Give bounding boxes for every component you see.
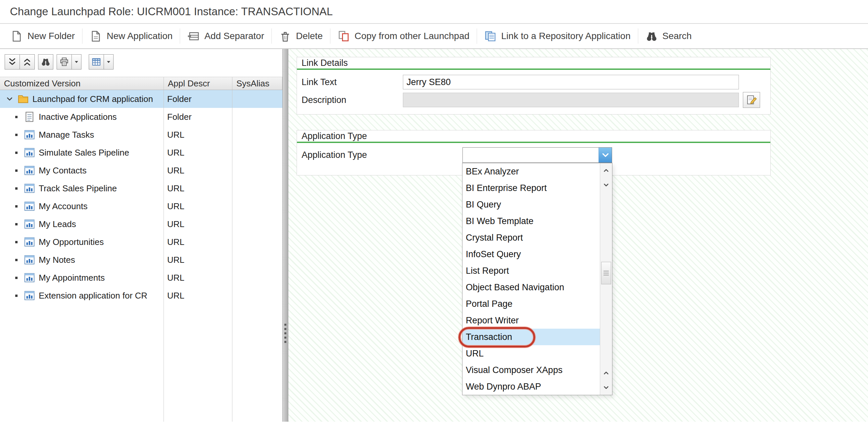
column-header-customized-version[interactable]: Customized Version <box>0 77 164 90</box>
search-icon <box>646 30 658 42</box>
copy-from-other-launchpad-button[interactable]: Copy from other Launchpad <box>330 26 477 46</box>
panel-splitter[interactable] <box>282 49 288 422</box>
tree-row-label: Inactive Applications <box>39 112 117 122</box>
edit-description-button[interactable] <box>743 92 760 108</box>
tree-row-type: URL <box>164 269 232 287</box>
tree-row-type: URL <box>164 215 232 233</box>
tree-toolbar <box>0 49 282 77</box>
dropdown-option[interactable]: BI Enterprise Report <box>462 180 600 196</box>
dropdown-option[interactable]: Transaction <box>462 329 600 345</box>
chart-icon <box>24 272 35 283</box>
find-button[interactable] <box>38 54 53 69</box>
collapse-all-button[interactable] <box>5 54 20 69</box>
title-bar: Change Launchpad Role: UICRM001 Instance… <box>0 0 868 24</box>
dropdown-option[interactable]: Object Based Navigation <box>462 279 600 296</box>
layout-button[interactable] <box>89 54 104 69</box>
collapse-all-icon <box>7 57 17 67</box>
scroll-down-button[interactable] <box>600 178 612 192</box>
tree-row[interactable]: Inactive ApplicationsFolder <box>0 108 282 126</box>
tree-row-label: Launchpad for CRM application <box>32 94 153 104</box>
link-text-input[interactable] <box>403 75 739 89</box>
link-details-group: Link Details Link Text Description <box>297 57 771 115</box>
column-header-sysalias[interactable]: SysAlias <box>232 77 282 90</box>
bullet-icon <box>15 152 18 154</box>
dropdown-option[interactable]: Visual Composer XApps <box>462 362 600 378</box>
tree-row-label: Track Sales Pipeline <box>39 183 117 194</box>
tree-row[interactable]: My AccountsURL <box>0 197 282 215</box>
tree-row[interactable]: Extension application for CRURL <box>0 287 282 304</box>
toolbar-button-label: Add Separator <box>204 31 264 41</box>
tree-row[interactable]: My OpportunitiesURL <box>0 233 282 251</box>
splitter-grip-icon <box>284 324 286 343</box>
tree-row-type: URL <box>164 197 232 215</box>
bullet-icon <box>15 277 18 279</box>
tree-row-label: My Opportunities <box>39 237 104 247</box>
application-type-input[interactable] <box>463 148 598 163</box>
tree-row[interactable]: My ContactsURL <box>0 162 282 180</box>
find-icon <box>41 57 51 67</box>
tree-row[interactable]: My NotesURL <box>0 251 282 269</box>
dropdown-option[interactable]: BI Web Template <box>462 213 600 229</box>
tree-row-label: My Accounts <box>39 201 87 212</box>
application-type-dropdown-button[interactable] <box>598 148 612 163</box>
copy-icon <box>338 30 350 42</box>
tree-row[interactable]: Simulate Sales PipelineURL <box>0 144 282 162</box>
search-button[interactable]: Search <box>638 26 699 46</box>
tree-row[interactable]: Manage TasksURL <box>0 126 282 144</box>
add-separator-icon <box>187 30 199 42</box>
dropdown-option[interactable]: URL <box>462 345 600 362</box>
dropdown-option[interactable]: Web Dynpro ABAP <box>462 378 600 395</box>
dropdown-option[interactable]: BI Query <box>462 196 600 213</box>
link-to-repository-application-button[interactable]: Link to a Repository Application <box>477 26 638 46</box>
application-type-dropdown-list: BEx AnalyzerBI Enterprise ReportBI Query… <box>462 163 613 395</box>
print-button[interactable] <box>57 54 72 69</box>
toolbar-button-label: New Folder <box>28 31 75 41</box>
dropdown-option[interactable]: Report Writer <box>462 312 600 329</box>
chart-icon <box>24 201 35 212</box>
tree-row-label: Manage Tasks <box>39 130 94 140</box>
chart-icon <box>24 290 35 301</box>
tree-row-type: URL <box>164 162 232 180</box>
dropdown-option[interactable]: List Report <box>462 262 600 279</box>
print-menu-button[interactable] <box>71 54 82 69</box>
tree-row[interactable]: My AppointmentsURL <box>0 269 282 287</box>
dropdown-option[interactable]: Portal Page <box>462 296 600 312</box>
dropdown-option[interactable]: BEx Analyzer <box>462 163 600 180</box>
toolbar-button-label: New Application <box>106 31 173 41</box>
tree-row-label: My Contacts <box>39 165 87 176</box>
tree-row[interactable]: My LeadsURL <box>0 215 282 233</box>
tree-row-type: URL <box>164 287 232 304</box>
scroll-up-button-bottom[interactable] <box>600 366 612 380</box>
expand-all-button[interactable] <box>20 54 35 69</box>
layout-menu-button[interactable] <box>104 54 114 69</box>
dropdown-option[interactable]: Crystal Report <box>462 229 600 246</box>
main-toolbar: New FolderNew ApplicationAdd SeparatorDe… <box>0 24 868 49</box>
link-repository-icon <box>484 30 497 42</box>
delete-button[interactable]: Delete <box>272 26 330 46</box>
expander-icon[interactable] <box>5 95 14 103</box>
new-application-button[interactable]: New Application <box>83 26 180 46</box>
chevron-down-icon <box>602 182 610 189</box>
edit-icon <box>746 94 757 106</box>
dropdown-scrollbar[interactable] <box>600 163 612 395</box>
tree-row-label: Extension application for CR <box>39 291 147 301</box>
right-panel: Link Details Link Text Description <box>288 49 868 422</box>
scrollbar-thumb[interactable] <box>601 262 611 284</box>
scroll-up-button[interactable] <box>600 163 612 178</box>
dropdown-option[interactable]: InfoSet Query <box>462 246 600 262</box>
tree-row-label: Simulate Sales Pipeline <box>39 148 129 158</box>
chart-icon <box>24 165 35 176</box>
description-row: Description <box>297 91 770 109</box>
tree-row-type: URL <box>164 251 232 269</box>
column-header-appl-descr[interactable]: Appl Descr <box>164 77 232 90</box>
new-application-icon <box>90 30 102 42</box>
new-folder-button[interactable]: New Folder <box>3 26 82 46</box>
description-input[interactable] <box>403 93 739 107</box>
tree-row[interactable]: Launchpad for CRM applicationFolder <box>0 90 282 108</box>
scroll-down-button-bottom[interactable] <box>600 380 612 395</box>
tree-row[interactable]: Track Sales PipelineURL <box>0 180 282 197</box>
tree-body: Launchpad for CRM applicationFolderInact… <box>0 90 282 422</box>
scrollbar-track[interactable] <box>600 192 612 366</box>
print-icon <box>59 57 69 67</box>
add-separator-button[interactable]: Add Separator <box>180 26 272 46</box>
